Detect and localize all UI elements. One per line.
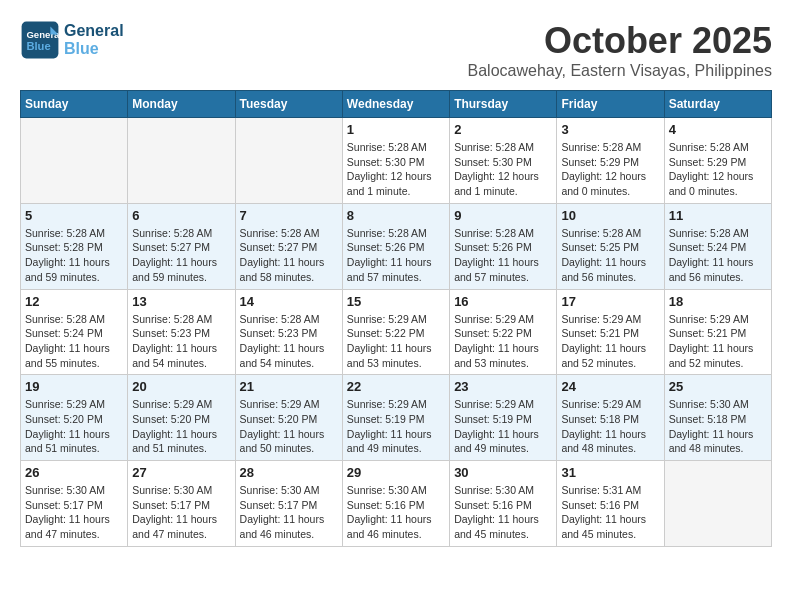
day-number: 15 — [347, 294, 445, 309]
day-info: Sunrise: 5:28 AM Sunset: 5:30 PM Dayligh… — [347, 140, 445, 199]
day-number: 12 — [25, 294, 123, 309]
logo-text: General Blue — [64, 22, 124, 58]
day-info: Sunrise: 5:29 AM Sunset: 5:22 PM Dayligh… — [454, 312, 552, 371]
calendar-cell: 28Sunrise: 5:30 AM Sunset: 5:17 PM Dayli… — [235, 461, 342, 547]
calendar-cell: 26Sunrise: 5:30 AM Sunset: 5:17 PM Dayli… — [21, 461, 128, 547]
day-info: Sunrise: 5:28 AM Sunset: 5:27 PM Dayligh… — [132, 226, 230, 285]
calendar-cell: 16Sunrise: 5:29 AM Sunset: 5:22 PM Dayli… — [450, 289, 557, 375]
day-info: Sunrise: 5:28 AM Sunset: 5:26 PM Dayligh… — [347, 226, 445, 285]
day-number: 29 — [347, 465, 445, 480]
calendar-cell: 31Sunrise: 5:31 AM Sunset: 5:16 PM Dayli… — [557, 461, 664, 547]
day-number: 5 — [25, 208, 123, 223]
day-info: Sunrise: 5:28 AM Sunset: 5:30 PM Dayligh… — [454, 140, 552, 199]
weekday-header-cell: Wednesday — [342, 91, 449, 118]
day-info: Sunrise: 5:29 AM Sunset: 5:18 PM Dayligh… — [561, 397, 659, 456]
calendar-cell: 4Sunrise: 5:28 AM Sunset: 5:29 PM Daylig… — [664, 118, 771, 204]
calendar-week-row: 12Sunrise: 5:28 AM Sunset: 5:24 PM Dayli… — [21, 289, 772, 375]
day-info: Sunrise: 5:28 AM Sunset: 5:28 PM Dayligh… — [25, 226, 123, 285]
calendar-cell: 2Sunrise: 5:28 AM Sunset: 5:30 PM Daylig… — [450, 118, 557, 204]
day-info: Sunrise: 5:29 AM Sunset: 5:19 PM Dayligh… — [454, 397, 552, 456]
day-info: Sunrise: 5:31 AM Sunset: 5:16 PM Dayligh… — [561, 483, 659, 542]
day-info: Sunrise: 5:30 AM Sunset: 5:17 PM Dayligh… — [240, 483, 338, 542]
calendar-cell — [664, 461, 771, 547]
month-title: October 2025 — [468, 20, 772, 62]
logo-icon: General Blue — [20, 20, 60, 60]
day-number: 9 — [454, 208, 552, 223]
day-info: Sunrise: 5:29 AM Sunset: 5:21 PM Dayligh… — [561, 312, 659, 371]
day-number: 1 — [347, 122, 445, 137]
calendar-week-row: 19Sunrise: 5:29 AM Sunset: 5:20 PM Dayli… — [21, 375, 772, 461]
day-number: 19 — [25, 379, 123, 394]
day-number: 11 — [669, 208, 767, 223]
day-number: 6 — [132, 208, 230, 223]
calendar-cell: 18Sunrise: 5:29 AM Sunset: 5:21 PM Dayli… — [664, 289, 771, 375]
day-info: Sunrise: 5:28 AM Sunset: 5:23 PM Dayligh… — [132, 312, 230, 371]
calendar-cell — [235, 118, 342, 204]
weekday-header-cell: Sunday — [21, 91, 128, 118]
calendar-body: 1Sunrise: 5:28 AM Sunset: 5:30 PM Daylig… — [21, 118, 772, 547]
calendar-week-row: 5Sunrise: 5:28 AM Sunset: 5:28 PM Daylig… — [21, 203, 772, 289]
header: General Blue General Blue October 2025 B… — [20, 20, 772, 80]
calendar-cell: 22Sunrise: 5:29 AM Sunset: 5:19 PM Dayli… — [342, 375, 449, 461]
calendar-cell: 11Sunrise: 5:28 AM Sunset: 5:24 PM Dayli… — [664, 203, 771, 289]
calendar-cell: 29Sunrise: 5:30 AM Sunset: 5:16 PM Dayli… — [342, 461, 449, 547]
day-info: Sunrise: 5:29 AM Sunset: 5:20 PM Dayligh… — [240, 397, 338, 456]
day-number: 22 — [347, 379, 445, 394]
day-number: 16 — [454, 294, 552, 309]
day-number: 7 — [240, 208, 338, 223]
logo: General Blue General Blue — [20, 20, 124, 60]
day-info: Sunrise: 5:28 AM Sunset: 5:24 PM Dayligh… — [669, 226, 767, 285]
day-number: 21 — [240, 379, 338, 394]
calendar-cell: 14Sunrise: 5:28 AM Sunset: 5:23 PM Dayli… — [235, 289, 342, 375]
day-number: 27 — [132, 465, 230, 480]
day-info: Sunrise: 5:30 AM Sunset: 5:18 PM Dayligh… — [669, 397, 767, 456]
day-number: 3 — [561, 122, 659, 137]
day-info: Sunrise: 5:30 AM Sunset: 5:16 PM Dayligh… — [347, 483, 445, 542]
calendar-cell: 8Sunrise: 5:28 AM Sunset: 5:26 PM Daylig… — [342, 203, 449, 289]
day-info: Sunrise: 5:30 AM Sunset: 5:16 PM Dayligh… — [454, 483, 552, 542]
day-info: Sunrise: 5:30 AM Sunset: 5:17 PM Dayligh… — [132, 483, 230, 542]
logo-line1: General — [64, 22, 124, 40]
day-number: 4 — [669, 122, 767, 137]
day-info: Sunrise: 5:28 AM Sunset: 5:29 PM Dayligh… — [561, 140, 659, 199]
calendar-cell: 27Sunrise: 5:30 AM Sunset: 5:17 PM Dayli… — [128, 461, 235, 547]
day-info: Sunrise: 5:28 AM Sunset: 5:23 PM Dayligh… — [240, 312, 338, 371]
calendar-cell: 7Sunrise: 5:28 AM Sunset: 5:27 PM Daylig… — [235, 203, 342, 289]
calendar-cell — [21, 118, 128, 204]
title-area: October 2025 Balocawehay, Eastern Visaya… — [468, 20, 772, 80]
logo-line2: Blue — [64, 40, 124, 58]
day-info: Sunrise: 5:29 AM Sunset: 5:20 PM Dayligh… — [25, 397, 123, 456]
location-subtitle: Balocawehay, Eastern Visayas, Philippine… — [468, 62, 772, 80]
calendar-cell: 21Sunrise: 5:29 AM Sunset: 5:20 PM Dayli… — [235, 375, 342, 461]
calendar-cell — [128, 118, 235, 204]
day-info: Sunrise: 5:28 AM Sunset: 5:27 PM Dayligh… — [240, 226, 338, 285]
calendar-cell: 3Sunrise: 5:28 AM Sunset: 5:29 PM Daylig… — [557, 118, 664, 204]
day-number: 31 — [561, 465, 659, 480]
weekday-header-cell: Saturday — [664, 91, 771, 118]
day-info: Sunrise: 5:28 AM Sunset: 5:26 PM Dayligh… — [454, 226, 552, 285]
day-number: 20 — [132, 379, 230, 394]
day-number: 13 — [132, 294, 230, 309]
day-number: 24 — [561, 379, 659, 394]
svg-text:Blue: Blue — [26, 40, 50, 52]
calendar-cell: 15Sunrise: 5:29 AM Sunset: 5:22 PM Dayli… — [342, 289, 449, 375]
calendar-cell: 25Sunrise: 5:30 AM Sunset: 5:18 PM Dayli… — [664, 375, 771, 461]
calendar-cell: 12Sunrise: 5:28 AM Sunset: 5:24 PM Dayli… — [21, 289, 128, 375]
day-info: Sunrise: 5:29 AM Sunset: 5:21 PM Dayligh… — [669, 312, 767, 371]
day-number: 10 — [561, 208, 659, 223]
weekday-header-cell: Friday — [557, 91, 664, 118]
calendar-cell: 9Sunrise: 5:28 AM Sunset: 5:26 PM Daylig… — [450, 203, 557, 289]
calendar-cell: 17Sunrise: 5:29 AM Sunset: 5:21 PM Dayli… — [557, 289, 664, 375]
calendar-week-row: 1Sunrise: 5:28 AM Sunset: 5:30 PM Daylig… — [21, 118, 772, 204]
day-number: 2 — [454, 122, 552, 137]
calendar-cell: 23Sunrise: 5:29 AM Sunset: 5:19 PM Dayli… — [450, 375, 557, 461]
calendar-cell: 19Sunrise: 5:29 AM Sunset: 5:20 PM Dayli… — [21, 375, 128, 461]
day-number: 30 — [454, 465, 552, 480]
day-info: Sunrise: 5:29 AM Sunset: 5:20 PM Dayligh… — [132, 397, 230, 456]
day-number: 14 — [240, 294, 338, 309]
day-info: Sunrise: 5:28 AM Sunset: 5:25 PM Dayligh… — [561, 226, 659, 285]
day-info: Sunrise: 5:30 AM Sunset: 5:17 PM Dayligh… — [25, 483, 123, 542]
calendar-cell: 6Sunrise: 5:28 AM Sunset: 5:27 PM Daylig… — [128, 203, 235, 289]
day-number: 8 — [347, 208, 445, 223]
day-info: Sunrise: 5:28 AM Sunset: 5:24 PM Dayligh… — [25, 312, 123, 371]
